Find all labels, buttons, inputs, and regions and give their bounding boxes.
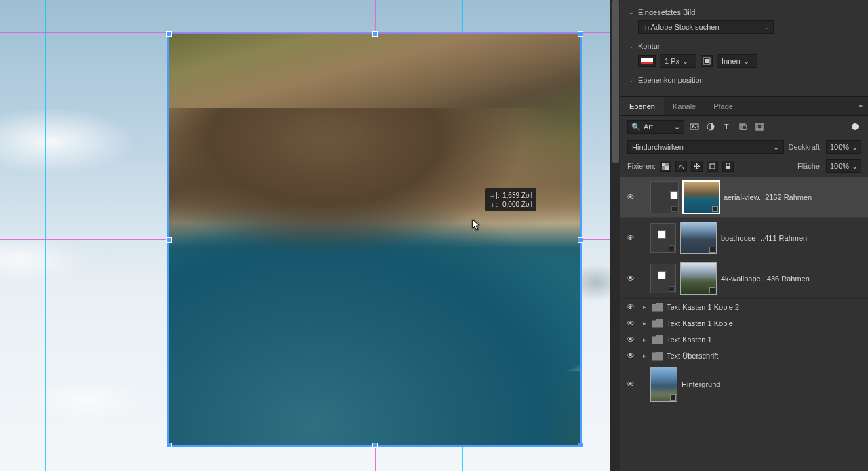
layer-name[interactable]: boathouse-...411 Rahmen bbox=[721, 234, 863, 242]
visibility-toggle-icon[interactable]: 👁 bbox=[625, 319, 637, 328]
opacity-label: Deckkraft: bbox=[788, 143, 822, 151]
section-layer-comp[interactable]: ⌄ Ebenenkomposition bbox=[629, 74, 860, 86]
filter-pixel-icon[interactable] bbox=[688, 121, 701, 133]
blend-mode-dropdown[interactable]: Hindurchwirken ⌄ bbox=[627, 140, 784, 154]
section-stroke[interactable]: ⌄ Kontur bbox=[629, 40, 860, 52]
canvas[interactable]: →|:1,639 Zoll ↓ :0,000 Zoll bbox=[0, 0, 620, 471]
layer-row[interactable]: 👁 aerial-view...2162 Rahmen bbox=[620, 177, 868, 218]
visibility-toggle-icon[interactable]: 👁 bbox=[625, 192, 637, 202]
properties-panel: ⌄ Eingesetztes Bild In Adobe Stock suche… bbox=[620, 0, 868, 97]
filter-shape-icon[interactable] bbox=[737, 121, 749, 133]
stroke-color-swatch[interactable] bbox=[638, 55, 656, 67]
layer-filter-kind[interactable]: 🔍 Art ⌄ bbox=[627, 120, 684, 134]
layer-name[interactable]: 4k-wallpape...436 Rahmen bbox=[721, 274, 863, 283]
layer-group-row[interactable]: 👁 ▸ Text Kasten 1 bbox=[620, 331, 868, 348]
folder-icon bbox=[652, 303, 663, 312]
canvas-scrollbar[interactable] bbox=[610, 0, 620, 471]
layer-row[interactable]: 👁 4k-wallpape...436 Rahmen bbox=[620, 258, 868, 299]
tab-layers[interactable]: Ebenen bbox=[620, 97, 664, 115]
svg-rect-13 bbox=[710, 164, 715, 169]
measurement-tooltip: →|:1,639 Zoll ↓ :0,000 Zoll bbox=[485, 188, 536, 211]
chevron-down-icon: ⌄ bbox=[629, 77, 634, 83]
svg-rect-7 bbox=[742, 125, 747, 129]
selected-image-frame[interactable] bbox=[167, 33, 582, 447]
visibility-toggle-icon[interactable]: 👁 bbox=[625, 233, 637, 243]
svg-rect-12 bbox=[665, 166, 669, 170]
layer-name[interactable]: Hintergrund bbox=[682, 380, 863, 388]
layers-list: 👁 aerial-view...2162 Rahmen 👁 boathouse-… bbox=[620, 176, 868, 471]
layer-image-thumb[interactable] bbox=[680, 262, 717, 295]
section-title: Eingesetztes Bild bbox=[638, 8, 695, 16]
layer-filter-toolbar: 🔍 Art ⌄ T bbox=[620, 116, 868, 138]
folder-icon bbox=[652, 352, 663, 361]
stock-search-dropdown[interactable]: In Adobe Stock suchen ⌄ bbox=[638, 20, 774, 34]
layer-image-thumb[interactable] bbox=[680, 222, 717, 254]
transform-handle[interactable] bbox=[372, 31, 378, 37]
svg-rect-9 bbox=[757, 125, 762, 129]
opacity-input[interactable]: 100% ⌄ bbox=[826, 140, 861, 154]
guide-vertical[interactable] bbox=[45, 0, 46, 471]
filter-type-icon[interactable]: T bbox=[721, 121, 733, 133]
layer-mask-thumb[interactable] bbox=[650, 223, 676, 253]
transform-handle[interactable] bbox=[166, 237, 172, 243]
disclosure-icon[interactable]: ▸ bbox=[641, 352, 648, 359]
scrollbar-thumb[interactable] bbox=[612, 0, 619, 163]
visibility-toggle-icon[interactable]: 👁 bbox=[625, 380, 637, 389]
layer-name[interactable]: Text Kasten 1 bbox=[667, 335, 863, 344]
layer-group-row[interactable]: 👁 ▸ Text Kasten 1 Kopie 2 bbox=[620, 299, 868, 315]
stroke-align-icon[interactable] bbox=[701, 55, 713, 67]
tab-paths[interactable]: Pfade bbox=[705, 97, 742, 115]
chevron-down-icon: ⌄ bbox=[682, 57, 688, 66]
folder-icon bbox=[652, 335, 663, 344]
section-title: Ebenenkomposition bbox=[638, 76, 704, 84]
disclosure-icon[interactable]: ▸ bbox=[641, 304, 648, 310]
lock-image-icon[interactable] bbox=[675, 161, 687, 172]
transform-handle[interactable] bbox=[166, 31, 172, 37]
visibility-toggle-icon[interactable]: 👁 bbox=[625, 274, 637, 283]
transform-handle[interactable] bbox=[578, 443, 583, 448]
mouse-cursor-icon bbox=[472, 219, 481, 231]
layer-row[interactable]: 👁 boathouse-...411 Rahmen bbox=[620, 218, 868, 258]
layer-name[interactable]: Text Kasten 1 Kopie bbox=[667, 319, 863, 327]
svg-text:T: T bbox=[724, 123, 729, 131]
layer-image-thumb[interactable] bbox=[650, 367, 677, 402]
lock-artboard-icon[interactable] bbox=[707, 161, 718, 172]
disclosure-icon[interactable]: ▸ bbox=[641, 320, 648, 327]
filter-adjustment-icon[interactable] bbox=[705, 121, 717, 133]
chevron-down-icon: ⌄ bbox=[743, 57, 749, 66]
layer-mask-thumb[interactable] bbox=[650, 181, 679, 213]
layer-group-row[interactable]: 👁 ▸ Text Kasten 1 Kopie bbox=[620, 315, 868, 331]
chevron-down-icon: ⌄ bbox=[764, 24, 769, 30]
disclosure-icon[interactable]: ▸ bbox=[641, 336, 648, 343]
chevron-down-icon: ⌄ bbox=[852, 162, 858, 171]
lock-all-icon[interactable] bbox=[722, 161, 734, 172]
layer-name[interactable]: Text Kasten 1 Kopie 2 bbox=[667, 303, 863, 311]
stroke-width-input[interactable]: 1 Px ⌄ bbox=[660, 54, 696, 68]
filter-toggle[interactable] bbox=[852, 123, 859, 130]
layer-name[interactable]: aerial-view...2162 Rahmen bbox=[724, 193, 863, 201]
layer-group-row[interactable]: 👁 ▸ Text Überschrift bbox=[620, 348, 868, 364]
chevron-down-icon: ⌄ bbox=[674, 123, 680, 131]
layer-image-thumb[interactable] bbox=[683, 181, 719, 213]
visibility-toggle-icon[interactable]: 👁 bbox=[625, 351, 637, 361]
chevron-down-icon: ⌄ bbox=[773, 143, 779, 152]
layer-mask-thumb[interactable] bbox=[650, 264, 676, 293]
tab-channels[interactable]: Kanäle bbox=[664, 97, 705, 115]
section-placed-image[interactable]: ⌄ Eingesetztes Bild bbox=[629, 6, 860, 18]
visibility-toggle-icon[interactable]: 👁 bbox=[625, 335, 637, 344]
panel-menu-icon[interactable]: ≡ bbox=[853, 102, 868, 110]
search-icon: 🔍 bbox=[631, 123, 641, 131]
stroke-position-dropdown[interactable]: Innen ⌄ bbox=[717, 54, 757, 68]
lock-position-icon[interactable] bbox=[691, 161, 703, 172]
layer-row[interactable]: 👁 Hintergrund bbox=[620, 364, 868, 405]
transform-handle[interactable] bbox=[578, 31, 583, 37]
lock-transparency-icon[interactable] bbox=[660, 161, 671, 172]
visibility-toggle-icon[interactable]: 👁 bbox=[625, 302, 637, 312]
transform-handle[interactable] bbox=[578, 237, 583, 243]
fill-input[interactable]: 100% ⌄ bbox=[826, 159, 861, 173]
filter-smartobject-icon[interactable] bbox=[753, 121, 766, 133]
transform-handle[interactable] bbox=[372, 443, 378, 448]
transform-handle[interactable] bbox=[166, 443, 172, 448]
lock-label: Fixieren: bbox=[627, 162, 656, 170]
layer-name[interactable]: Text Überschrift bbox=[667, 352, 863, 360]
